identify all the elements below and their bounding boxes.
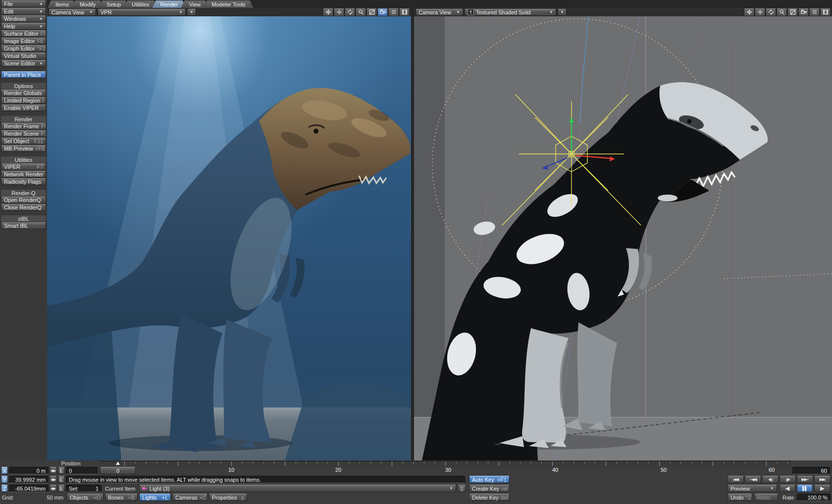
- enable-viper-button[interactable]: Enable VIPER: [1, 104, 46, 111]
- close-renderq-button[interactable]: Close RenderQ: [1, 204, 46, 211]
- sel-object-button[interactable]: Sel ObjectF11: [1, 138, 46, 145]
- auto-key-button[interactable]: Auto Key+F1: [469, 476, 510, 483]
- light-icon: [142, 487, 147, 490]
- left-toolbar: File▼ Edit▼ Windows▼ Help▼ Surface Edito…: [0, 0, 47, 460]
- x-nudge-stepper[interactable]: ◀▶: [50, 467, 57, 474]
- current-item-dropdown[interactable]: Light (3)▼: [139, 485, 456, 492]
- rotate-icon[interactable]: [334, 8, 344, 16]
- ruler-label: 50: [661, 467, 667, 473]
- help-menu[interactable]: Help▼: [1, 23, 46, 30]
- properties-button[interactable]: Propertiesp: [209, 494, 247, 501]
- y-axis-button[interactable]: Y: [1, 476, 8, 483]
- left-view-type-dropdown[interactable]: Camera View▼: [49, 9, 96, 16]
- tab-render[interactable]: Render: [153, 0, 186, 8]
- delete-key-button[interactable]: Delete Keydel: [469, 494, 510, 501]
- tab-setup[interactable]: Setup: [99, 0, 129, 8]
- tab-utilities[interactable]: Utilities: [124, 0, 157, 8]
- y-envelope-button[interactable]: E: [58, 476, 65, 483]
- current-frame-field[interactable]: 0: [66, 467, 98, 474]
- virtual-studio-button[interactable]: Virtual Studio: [1, 52, 46, 59]
- pan-icon[interactable]: [744, 8, 754, 16]
- render-scene-button[interactable]: Render SceneF10: [1, 130, 46, 137]
- surface-editor-button[interactable]: Surface EditorF5: [1, 30, 46, 37]
- end-frame-field[interactable]: 60: [792, 467, 830, 474]
- x-axis-button[interactable]: X: [1, 467, 8, 474]
- orbit-icon[interactable]: [766, 8, 776, 16]
- network-render-button[interactable]: Network Render: [1, 171, 46, 178]
- go-start-button[interactable]: |◀◀: [728, 476, 744, 483]
- camera-icon[interactable]: [798, 8, 809, 16]
- bones-mode-button[interactable]: Bones+B: [105, 494, 138, 501]
- y-value-field[interactable]: 39.9992 mm: [9, 476, 49, 483]
- windows-menu[interactable]: Windows▼: [1, 15, 46, 22]
- frame-slider-handle[interactable]: 0: [100, 467, 136, 474]
- rate-value-field[interactable]: 100.0 %: [797, 494, 831, 501]
- parent-in-place-button[interactable]: Parent in Place: [1, 71, 46, 78]
- lights-mode-button[interactable]: Lights+L: [139, 494, 171, 501]
- pan-icon[interactable]: [323, 8, 333, 16]
- frame-icon[interactable]: [820, 8, 831, 16]
- tab-modify[interactable]: Modify: [72, 0, 104, 8]
- left-viewport-options-dropdown[interactable]: ▼: [187, 9, 196, 16]
- item-list-button[interactable]: ▯: [458, 485, 466, 492]
- step-forward-button[interactable]: | |▶: [780, 476, 796, 483]
- y-nudge-stepper[interactable]: ◀▶: [50, 476, 57, 483]
- tab-modeler-tools[interactable]: Modeler Tools: [204, 0, 253, 8]
- region-icon[interactable]: [787, 8, 798, 16]
- camera-icon[interactable]: [377, 8, 388, 16]
- radiosity-flags-button[interactable]: Radiosity Flags: [1, 178, 46, 185]
- objects-mode-button[interactable]: Objects+O: [67, 494, 104, 501]
- sibl-section-header: sIBL: [1, 215, 46, 222]
- smart-ibl-button[interactable]: Smart IBL: [1, 222, 46, 229]
- prev-key-button[interactable]: +◀◀: [745, 476, 761, 483]
- list-icon[interactable]: [388, 8, 399, 16]
- list-icon[interactable]: [809, 8, 820, 16]
- bottom-panel: Position 0 10 20 30 40 50 60 60 X 0 m ◀▶…: [0, 460, 832, 504]
- chevron-down-icon: ▼: [190, 10, 194, 14]
- x-value-field[interactable]: 0 m: [9, 467, 49, 474]
- create-key-button[interactable]: Create Keyret: [469, 485, 510, 492]
- image-editor-button[interactable]: Image EditorF6: [1, 38, 46, 45]
- zoom-icon[interactable]: [777, 8, 787, 16]
- file-menu[interactable]: File▼: [1, 0, 46, 7]
- z-nudge-stepper[interactable]: ◀▶: [50, 485, 57, 492]
- left-render-mode-dropdown[interactable]: VPR▼: [98, 9, 186, 16]
- shaded-viewport-canvas[interactable]: [414, 16, 832, 460]
- viper-button[interactable]: VIPERF7: [1, 163, 46, 170]
- limited-region-button[interactable]: Limited Regionl: [1, 97, 46, 104]
- chevron-down-icon: ▼: [770, 486, 774, 491]
- right-render-mode-dropdown[interactable]: TTextured Shaded Solid▼: [465, 9, 556, 16]
- scene-editor-button[interactable]: Scene Editor▼: [1, 60, 46, 67]
- cameras-mode-button[interactable]: Cameras+C: [172, 494, 208, 501]
- play-forward-button[interactable]: ▶: [814, 485, 831, 492]
- render-globals-button[interactable]: Render Globals: [1, 90, 46, 97]
- selection-count-field: Set:1: [66, 485, 102, 492]
- step-back-button[interactable]: ◀| |: [762, 476, 779, 483]
- x-envelope-button[interactable]: E: [58, 467, 65, 474]
- frame-icon[interactable]: [399, 8, 410, 16]
- next-key-button[interactable]: ▶▶+: [797, 476, 813, 483]
- edit-menu[interactable]: Edit▼: [1, 8, 46, 15]
- pause-button[interactable]: ▌▌: [797, 485, 813, 492]
- z-value-field[interactable]: -65.0419mm: [9, 485, 49, 492]
- orbit-icon[interactable]: [345, 8, 355, 16]
- play-reverse-button[interactable]: ◀: [780, 485, 795, 492]
- mb-preview-button[interactable]: MB Preview+F9: [1, 145, 46, 152]
- vpr-viewport-canvas[interactable]: [47, 16, 411, 460]
- open-renderq-button[interactable]: Open RenderQ: [1, 197, 46, 203]
- z-axis-button[interactable]: Z: [1, 485, 8, 492]
- z-envelope-button[interactable]: E: [58, 485, 65, 492]
- chevron-down-icon: ▼: [456, 10, 460, 14]
- region-icon[interactable]: [366, 8, 377, 16]
- right-view-type-dropdown[interactable]: Camera View▼: [416, 9, 463, 16]
- graph-editor-button[interactable]: Graph Editor^F2: [1, 45, 46, 52]
- preview-dropdown[interactable]: Preview▼: [728, 485, 777, 492]
- zoom-icon[interactable]: [356, 8, 366, 16]
- go-end-button[interactable]: ▶▶|: [814, 476, 831, 483]
- rotate-icon[interactable]: [755, 8, 765, 16]
- right-viewport-options-dropdown[interactable]: ▼: [558, 9, 567, 16]
- render-frame-button[interactable]: Render FrameF9: [1, 123, 46, 130]
- redo-button[interactable]: Redo: [754, 494, 778, 501]
- undo-button[interactable]: Undo^Z: [728, 494, 752, 501]
- chevron-down-icon: ▼: [39, 2, 43, 6]
